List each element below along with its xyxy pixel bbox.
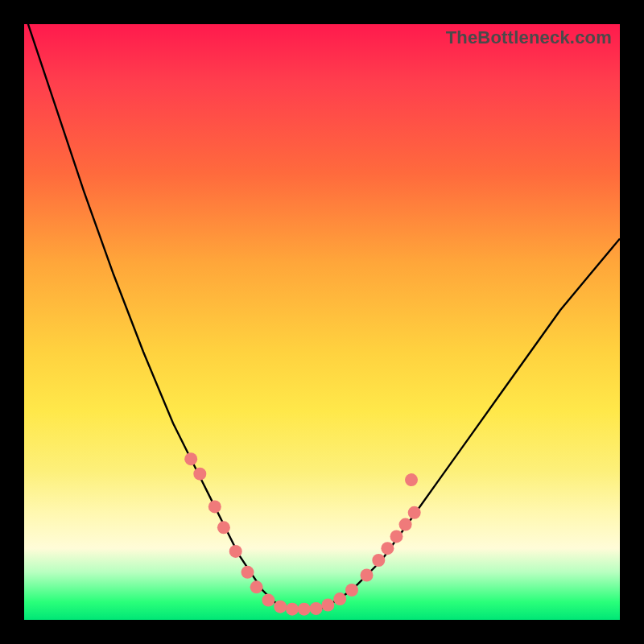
curve-dots-group (184, 452, 421, 616)
curve-dot (286, 603, 299, 616)
curve-dot (262, 594, 275, 607)
curve-dot (399, 518, 412, 531)
curve-dot (372, 554, 385, 567)
curve-dot (242, 566, 254, 579)
curve-dot (217, 521, 230, 534)
curve-dot (408, 506, 421, 519)
curve-dot (361, 569, 374, 582)
curve-dot (390, 530, 403, 543)
curve-dot (184, 452, 197, 465)
chart-frame: TheBottleneck.com (0, 0, 644, 644)
curve-dot (250, 580, 263, 593)
curve-dot (208, 500, 221, 513)
curve-dot (310, 602, 323, 615)
chart-plot-area: TheBottleneck.com (24, 24, 620, 620)
curve-dot (298, 603, 311, 616)
curve-dot (193, 468, 206, 481)
curve-dot (333, 592, 346, 605)
curve-dot (321, 599, 334, 612)
curve-line (24, 24, 620, 608)
curve-dot (405, 473, 418, 486)
curve-dot (381, 542, 394, 555)
curve-dot (229, 545, 242, 558)
curve-dot (345, 584, 358, 597)
curve-dot (274, 601, 287, 613)
chart-svg (24, 24, 620, 620)
